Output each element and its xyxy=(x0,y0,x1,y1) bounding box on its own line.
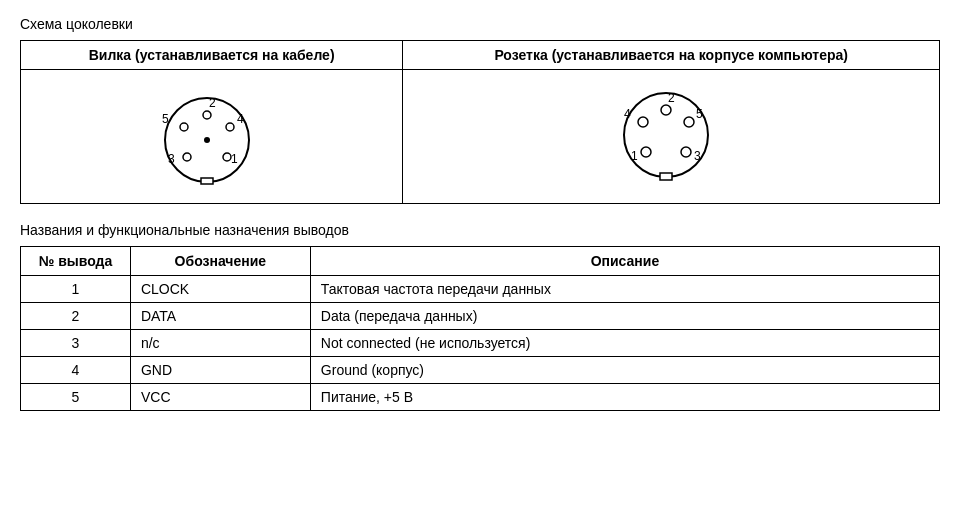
pin-designation: GND xyxy=(130,357,310,384)
svg-point-19 xyxy=(681,147,691,157)
pin-number: 5 xyxy=(21,384,131,411)
pin-number: 3 xyxy=(21,330,131,357)
svg-point-10 xyxy=(180,123,188,131)
svg-rect-14 xyxy=(660,173,672,180)
female-connector-svg: 1 2 3 4 5 xyxy=(591,80,751,190)
connector-col1-header: Вилка (устанавливается на кабеле) xyxy=(21,41,403,70)
svg-point-2 xyxy=(223,153,231,161)
table-row: 1CLOCKТактовая частота передачи данных xyxy=(21,276,940,303)
pin-table: № вывода Обозначение Описание 1CLOCKТакт… xyxy=(20,246,940,411)
svg-point-12 xyxy=(204,137,210,143)
table-row: 4GNDGround (корпус) xyxy=(21,357,940,384)
svg-point-23 xyxy=(684,117,694,127)
pin-number: 4 xyxy=(21,357,131,384)
table-row: 2DATAData (передача данных) xyxy=(21,303,940,330)
pin-description: Питание, +5 В xyxy=(310,384,939,411)
schematic-title: Схема цоколевки xyxy=(20,16,933,32)
pin-number: 2 xyxy=(21,303,131,330)
connector-table: Вилка (устанавливается на кабеле) Розетк… xyxy=(20,40,940,204)
svg-text:3: 3 xyxy=(168,152,175,166)
connector-col2-header: Розетка (устанавливается на корпусе комп… xyxy=(403,41,940,70)
svg-point-6 xyxy=(183,153,191,161)
pin-designation: n/c xyxy=(130,330,310,357)
svg-point-15 xyxy=(641,147,651,157)
svg-point-4 xyxy=(203,111,211,119)
pin-number: 1 xyxy=(21,276,131,303)
pin-section-title: Названия и функциональные назначения выв… xyxy=(20,222,933,238)
pin-designation: DATA xyxy=(130,303,310,330)
svg-text:4: 4 xyxy=(237,112,244,126)
pin-description: Ground (корпус) xyxy=(310,357,939,384)
svg-point-8 xyxy=(226,123,234,131)
pin-col2-header: Обозначение xyxy=(130,247,310,276)
pin-designation: VCC xyxy=(130,384,310,411)
female-connector-cell: 1 2 3 4 5 xyxy=(403,70,940,204)
svg-point-17 xyxy=(661,105,671,115)
svg-text:5: 5 xyxy=(696,107,703,121)
svg-point-21 xyxy=(638,117,648,127)
svg-rect-1 xyxy=(201,178,213,184)
pin-col3-header: Описание xyxy=(310,247,939,276)
male-connector-cell: 1 2 3 4 5 xyxy=(21,70,403,204)
pin-designation: CLOCK xyxy=(130,276,310,303)
svg-text:1: 1 xyxy=(231,152,238,166)
male-connector-svg: 1 2 3 4 5 xyxy=(142,85,282,185)
svg-text:4: 4 xyxy=(624,107,631,121)
svg-text:3: 3 xyxy=(694,149,701,163)
table-row: 5VCCПитание, +5 В xyxy=(21,384,940,411)
svg-text:2: 2 xyxy=(209,96,216,110)
svg-text:1: 1 xyxy=(631,149,638,163)
svg-text:5: 5 xyxy=(162,112,169,126)
pin-description: Тактовая частота передачи данных xyxy=(310,276,939,303)
pin-description: Not connected (не используется) xyxy=(310,330,939,357)
pin-description: Data (передача данных) xyxy=(310,303,939,330)
pin-col1-header: № вывода xyxy=(21,247,131,276)
table-row: 3n/cNot connected (не используется) xyxy=(21,330,940,357)
svg-text:2: 2 xyxy=(668,91,675,105)
